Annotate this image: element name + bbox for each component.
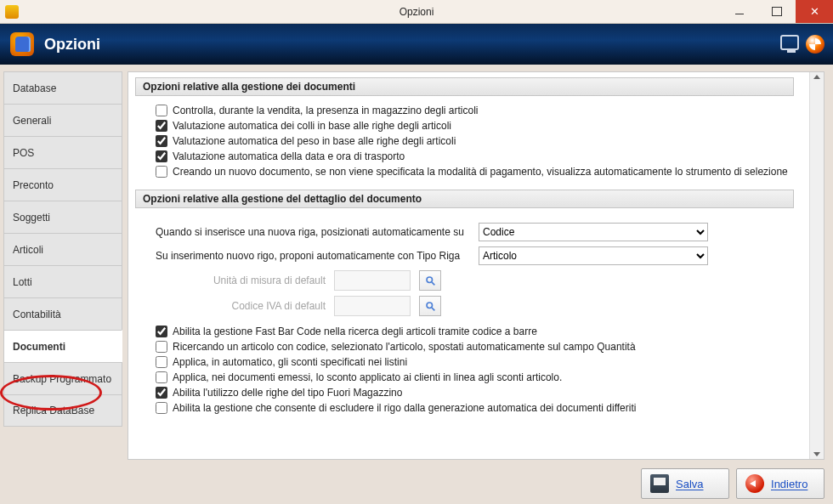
tab-label: Replica DataBase [13,405,94,416]
back-label: Indietro [771,478,808,490]
svg-point-2 [427,303,433,309]
tab-label: POS [13,147,34,159]
tab-label: Database [13,82,56,94]
checkbox[interactable] [156,341,167,353]
scrollbar[interactable] [809,72,824,459]
search-icon [425,275,436,286]
um-lookup-button[interactable] [419,270,441,291]
row-label: Quando si inserisce una nuova riga, posi… [156,226,470,238]
tab-soggetti[interactable]: Soggetti [3,201,122,233]
checkbox[interactable] [156,326,167,337]
row-posiziona-su: Quando si inserisce una nuova riga, posi… [135,220,794,244]
scroll-down-icon [813,452,820,456]
check-data-ora: Valutazione automatica della data e ora … [135,149,794,164]
back-button[interactable]: Indietro [736,468,824,499]
checkbox[interactable] [156,105,167,116]
titlebar: Opzioni ✕ [0,0,833,24]
save-label: Salva [676,478,704,490]
back-icon [745,474,764,493]
tab-pos[interactable]: POS [3,136,122,168]
scroll-up-icon [813,75,820,79]
check-escludere-rigo: Abilita la gestione che consente di escl… [135,400,794,416]
um-input[interactable] [334,270,411,291]
checkbox[interactable] [156,356,167,368]
checkbox[interactable] [156,166,167,178]
check-label: Applica, in automatico, gli sconti speci… [173,355,407,369]
group1-header: Opzioni relative alla gestione dei docum… [135,77,794,96]
checkbox[interactable] [156,387,167,399]
tab-preconto[interactable]: Preconto [3,168,122,201]
app-header: Opzioni [0,24,833,65]
check-label: Valutazione automatica della data e ora … [173,150,405,163]
window-title: Opzioni [0,6,833,18]
search-icon [425,301,436,312]
check-sconti-clienti: Applica, nei documenti emessi, lo sconto… [135,370,794,385]
tab-label: Contabilità [13,309,61,320]
sidebar-tabs: Database Generali POS Preconto Soggetti … [3,71,122,460]
svg-line-3 [432,308,434,310]
checkbox[interactable] [156,150,167,162]
check-label: Valutazione automatica dei colli in base… [173,119,451,133]
svg-line-1 [432,282,434,285]
monitor-icon[interactable] [780,35,799,50]
footer: Salva Indietro [0,463,833,504]
check-ricerca-codice: Ricercando un articolo con codice, selez… [135,339,794,354]
tab-label: Backup Programmato [13,373,111,385]
check-sconti-listini: Applica, in automatico, gli sconti speci… [135,354,794,370]
main-area: Database Generali POS Preconto Soggetti … [0,65,833,463]
content-panel: Opzioni relative alla gestione dei docum… [128,71,824,460]
tab-backup[interactable]: Backup Programmato [3,362,122,394]
save-icon [650,474,669,493]
checkbox[interactable] [156,371,167,383]
check-label: Abilita la gestione che consente di escl… [173,401,636,415]
tab-label: Documenti [13,341,65,353]
checkbox[interactable] [156,135,167,147]
tab-label: Soggetti [13,212,50,224]
tab-generali[interactable]: Generali [3,104,122,136]
check-label: Creando un nuovo documento, se non viene… [173,165,788,178]
row-label: Codice IVA di default [156,300,326,312]
tab-lotti[interactable]: Lotti [3,265,122,297]
select-posiziona[interactable]: Codice [479,223,708,241]
check-label: Abilita l'utilizzo delle righe del tipo … [173,386,402,399]
tab-label: Generali [13,115,51,127]
app-icon [10,32,34,56]
iva-lookup-button[interactable] [419,296,441,316]
row-label: Su inserimento nuovo rigo, proponi autom… [156,250,470,262]
close-button[interactable]: ✕ [796,0,833,23]
maximize-button[interactable] [758,0,796,23]
check-magazzino: Controlla, durante la vendita, la presen… [135,103,794,118]
tab-label: Lotti [13,276,32,288]
row-label: Unità di misura di default [156,275,326,286]
tab-label: Preconto [13,179,54,191]
check-label: Valutazione automatica del peso in base … [173,134,456,148]
row-iva-default: Codice IVA di default [135,293,794,319]
tab-documenti[interactable]: Documenti [3,330,122,362]
check-label: Applica, nei documenti emessi, lo sconto… [173,371,562,384]
window-controls: ✕ [721,0,833,23]
tab-database[interactable]: Database [3,71,122,104]
group2-header: Opzioni relative alla gestione del detta… [135,190,794,208]
row-um-default: Unità di misura di default [135,268,794,293]
checkbox[interactable] [156,402,167,414]
app-small-icon [5,5,19,19]
tab-label: Articoli [13,244,43,256]
save-button[interactable]: Salva [641,468,729,499]
tab-replica[interactable]: Replica DataBase [3,394,122,427]
iva-input[interactable] [334,296,411,316]
check-colli: Valutazione automatica dei colli in base… [135,118,794,133]
check-pagamento: Creando un nuovo documento, se non viene… [135,164,794,179]
tab-articoli[interactable]: Articoli [3,233,122,265]
check-peso: Valutazione automatica del peso in base … [135,133,794,149]
svg-point-0 [427,277,433,283]
check-fast-barcode: Abilita la gestione Fast Bar Code nella … [135,324,794,339]
checkbox[interactable] [156,120,167,132]
minimize-button[interactable] [721,0,758,23]
check-label: Controlla, durante la vendita, la presen… [173,104,479,117]
help-icon[interactable] [806,35,824,54]
tab-contabilita[interactable]: Contabilità [3,297,122,330]
check-fuori-magazzino: Abilita l'utilizzo delle righe del tipo … [135,385,794,400]
select-tipo-riga[interactable]: Articolo [479,246,708,265]
row-tipo-riga: Su inserimento nuovo rigo, proponi autom… [135,244,794,268]
check-label: Ricercando un articolo con codice, selez… [173,340,636,354]
